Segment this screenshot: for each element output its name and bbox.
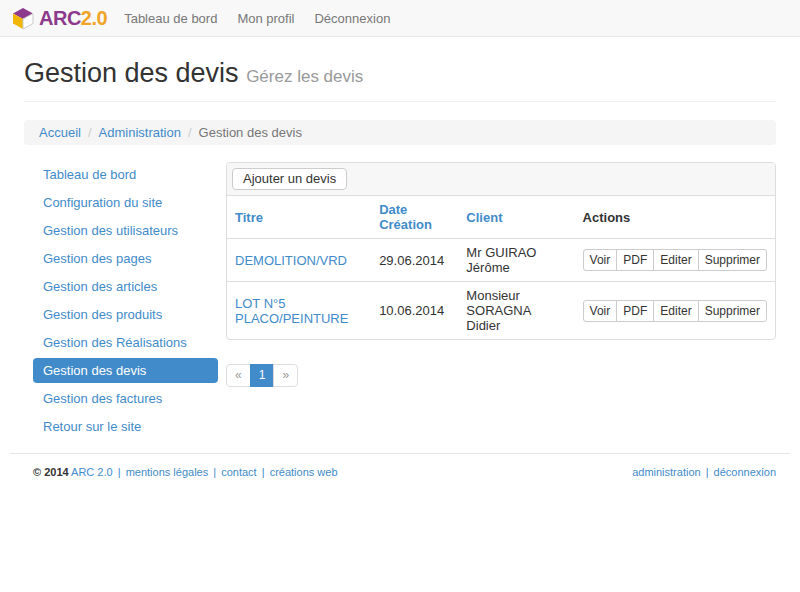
pagination-page-1[interactable]: 1	[250, 364, 275, 387]
action-editer-button[interactable]: Editer	[653, 300, 698, 322]
table-sort-date-creation[interactable]: Date Création	[379, 202, 432, 232]
sidebar-item-gestion-des-utilisateurs[interactable]: Gestion des utilisateurs	[33, 218, 218, 243]
sidebar-item-gestion-des-articles[interactable]: Gestion des articles	[33, 274, 218, 299]
page-title: Gestion des devis	[24, 58, 239, 88]
devis-title-link[interactable]: LOT N°5 PLACO/PEINTURE	[235, 296, 348, 326]
add-devis-button[interactable]: Ajouter un devis	[232, 168, 347, 190]
footer-link-administration[interactable]: administration	[632, 466, 700, 478]
row-actions: Voir PDF Editer Supprimer	[583, 300, 767, 322]
table-header-actions: Actions	[575, 196, 775, 239]
sidebar-item-configuration-du-site[interactable]: Configuration du site	[33, 190, 218, 215]
action-pdf-button[interactable]: PDF	[616, 249, 654, 271]
nav-item-mon-profil[interactable]: Mon profil	[227, 1, 304, 36]
table-row: DEMOLITION/VRD 29.06.2014 Mr GUIRAO Jérô…	[227, 239, 775, 282]
footer-separator: |	[211, 466, 218, 478]
devis-table: Titre Date Création Client Actions DEMOL…	[227, 196, 775, 339]
breadcrumb-accueil[interactable]: Accueil	[39, 125, 81, 140]
cube-icon	[12, 7, 34, 29]
top-navbar: ARC2.0 Tableau de bord Mon profil Déconn…	[0, 0, 800, 37]
action-supprimer-button[interactable]: Supprimer	[698, 300, 767, 322]
footer-link-arc[interactable]: ARC 2.0	[71, 466, 113, 478]
footer-separator: |	[260, 466, 267, 478]
breadcrumb-current: Gestion des devis	[199, 125, 302, 140]
panel-heading: Ajouter un devis	[227, 163, 775, 196]
table-row: LOT N°5 PLACO/PEINTURE 10.06.2014 Monsie…	[227, 282, 775, 340]
page-footer: © 2014 ARC 2.0 | mentions légales | cont…	[10, 453, 790, 498]
pagination-prev[interactable]: «	[226, 364, 251, 387]
nav-item-tableau-de-bord[interactable]: Tableau de bord	[114, 1, 227, 36]
table-sort-client[interactable]: Client	[466, 210, 502, 225]
footer-right: administration | déconnexion	[632, 466, 776, 478]
sidebar-item-gestion-des-pages[interactable]: Gestion des pages	[33, 246, 218, 271]
pagination-next[interactable]: »	[273, 364, 298, 387]
action-supprimer-button[interactable]: Supprimer	[698, 249, 767, 271]
sidebar-item-tableau-de-bord[interactable]: Tableau de bord	[33, 162, 218, 187]
sidebar-item-gestion-des-factures[interactable]: Gestion des factures	[33, 386, 218, 411]
devis-client: Monsieur SORAGNA Didier	[458, 282, 574, 340]
table-header-row: Titre Date Création Client Actions	[227, 196, 775, 239]
breadcrumb-administration[interactable]: Administration	[99, 125, 181, 140]
brand-logo[interactable]: ARC2.0	[12, 7, 107, 29]
row-actions: Voir PDF Editer Supprimer	[583, 249, 767, 271]
footer-left: © 2014 ARC 2.0 | mentions légales | cont…	[33, 466, 338, 478]
footer-link-creations-web[interactable]: créations web	[270, 466, 338, 478]
devis-panel: Ajouter un devis Titre Date Création Cli…	[226, 162, 776, 340]
sidebar-item-gestion-des-produits[interactable]: Gestion des produits	[33, 302, 218, 327]
devis-client: Mr GUIRAO Jérôme	[458, 239, 574, 282]
copyright-text: © 2014	[33, 466, 69, 478]
devis-title-link[interactable]: DEMOLITION/VRD	[235, 253, 347, 268]
main-content: Ajouter un devis Titre Date Création Cli…	[226, 162, 776, 387]
action-pdf-button[interactable]: PDF	[616, 300, 654, 322]
page-subtitle: Gérez les devis	[246, 67, 363, 86]
devis-date: 10.06.2014	[371, 282, 458, 340]
footer-link-deconnexion[interactable]: déconnexion	[714, 466, 776, 478]
brand-name: ARC2.0	[39, 8, 107, 28]
devis-date: 29.06.2014	[371, 239, 458, 282]
action-voir-button[interactable]: Voir	[583, 300, 618, 322]
action-voir-button[interactable]: Voir	[583, 249, 618, 271]
sidebar-item-gestion-des-realisations[interactable]: Gestion des Réalisations	[33, 330, 218, 355]
footer-separator: |	[704, 466, 711, 478]
breadcrumb-separator: /	[81, 125, 99, 140]
breadcrumb-separator: /	[181, 125, 199, 140]
footer-link-contact[interactable]: contact	[221, 466, 256, 478]
nav-item-deconnexion[interactable]: Déconnexion	[304, 1, 400, 36]
sidebar-item-gestion-des-devis[interactable]: Gestion des devis	[33, 358, 218, 383]
pagination: « 1 »	[226, 364, 298, 387]
sidebar-nav: Tableau de bord Configuration du site Ge…	[33, 162, 218, 439]
breadcrumb: Accueil / Administration / Gestion des d…	[24, 120, 776, 145]
page-header: Gestion des devis Gérez les devis	[24, 58, 776, 102]
footer-separator: |	[116, 466, 123, 478]
sidebar-item-retour-sur-le-site[interactable]: Retour sur le site	[33, 414, 218, 439]
table-sort-titre[interactable]: Titre	[235, 210, 263, 225]
footer-link-mentions-legales[interactable]: mentions légales	[126, 466, 209, 478]
action-editer-button[interactable]: Editer	[653, 249, 698, 271]
